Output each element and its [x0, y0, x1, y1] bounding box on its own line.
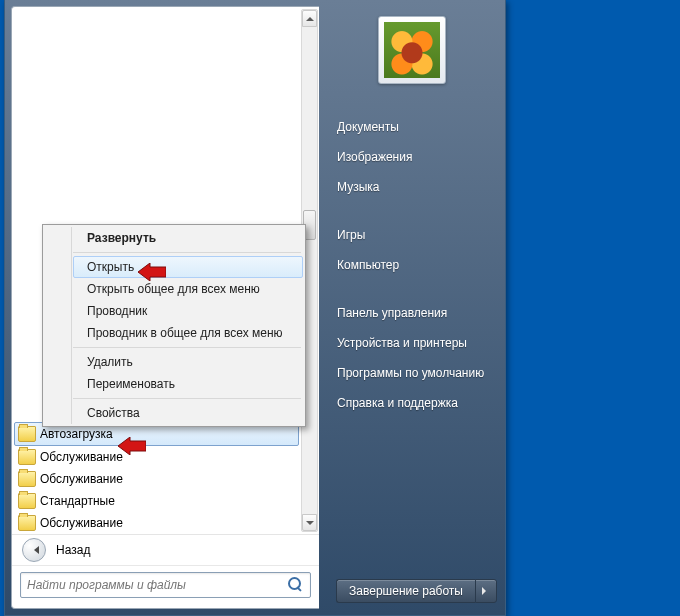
folder-label: Обслуживание: [40, 516, 123, 530]
search-box[interactable]: [20, 572, 311, 598]
link-music[interactable]: Музыка: [327, 172, 497, 202]
flower-icon: [384, 22, 440, 78]
folder-item[interactable]: Обслуживание: [14, 512, 299, 534]
link-default-programs[interactable]: Программы по умолчанию: [327, 358, 497, 388]
separator: [73, 347, 301, 348]
folder-icon: [18, 493, 36, 509]
ctx-delete[interactable]: Удалить: [73, 351, 303, 373]
user-avatar-frame[interactable]: [327, 16, 497, 84]
folder-item[interactable]: Обслуживание: [14, 468, 299, 490]
folder-label: Стандартные: [40, 494, 115, 508]
context-menu-gutter: [45, 227, 72, 424]
search-input[interactable]: [21, 578, 282, 592]
programs-folder-list: Автозагрузка Обслуживание Обслуживание: [14, 422, 299, 534]
back-label: Назад: [56, 543, 90, 557]
ctx-open-all-users[interactable]: Открыть общее для всех меню: [73, 278, 303, 300]
search-row: [12, 565, 319, 608]
ctx-properties[interactable]: Свойства: [73, 402, 303, 424]
back-button[interactable]: [22, 538, 46, 562]
folder-item[interactable]: Обслуживание: [14, 446, 299, 468]
folder-icon: [18, 449, 36, 465]
ctx-explorer[interactable]: Проводник: [73, 300, 303, 322]
folder-label: Обслуживание: [40, 472, 123, 486]
context-menu: Развернуть Открыть Открыть общее для все…: [42, 224, 306, 427]
ctx-rename[interactable]: Переименовать: [73, 373, 303, 395]
link-help[interactable]: Справка и поддержка: [327, 388, 497, 418]
ctx-explorer-all-users[interactable]: Проводник в общее для всех меню: [73, 322, 303, 344]
shutdown-button[interactable]: Завершение работы: [336, 579, 475, 603]
user-avatar[interactable]: [378, 16, 446, 84]
shutdown-options-button[interactable]: [475, 579, 497, 603]
folder-item[interactable]: Стандартные: [14, 490, 299, 512]
separator: [73, 252, 301, 253]
chevron-right-icon: [482, 587, 490, 595]
link-games[interactable]: Игры: [327, 220, 497, 250]
link-documents[interactable]: Документы: [327, 112, 497, 142]
folder-icon: [18, 515, 36, 531]
shutdown-split-button[interactable]: Завершение работы: [336, 579, 497, 603]
folder-icon: [18, 426, 36, 442]
desktop-background: Автозагрузка Обслуживание Обслуживание: [0, 0, 680, 616]
back-row[interactable]: Назад: [12, 534, 319, 565]
folder-label: Автозагрузка: [40, 427, 113, 441]
link-computer[interactable]: Компьютер: [327, 250, 497, 280]
right-links: Документы Изображения Музыка Игры Компью…: [327, 112, 497, 418]
start-menu-right-panel: Документы Изображения Музыка Игры Компью…: [319, 0, 505, 615]
folder-icon: [18, 471, 36, 487]
link-pictures[interactable]: Изображения: [327, 142, 497, 172]
link-control-panel[interactable]: Панель управления: [327, 298, 497, 328]
scroll-down-button[interactable]: [302, 514, 317, 531]
folder-label: Обслуживание: [40, 450, 123, 464]
ctx-open[interactable]: Открыть: [73, 256, 303, 278]
link-devices-printers[interactable]: Устройства и принтеры: [327, 328, 497, 358]
search-icon[interactable]: [288, 577, 304, 593]
separator: [73, 398, 301, 399]
scroll-up-button[interactable]: [302, 10, 317, 27]
ctx-expand[interactable]: Развернуть: [73, 227, 303, 249]
